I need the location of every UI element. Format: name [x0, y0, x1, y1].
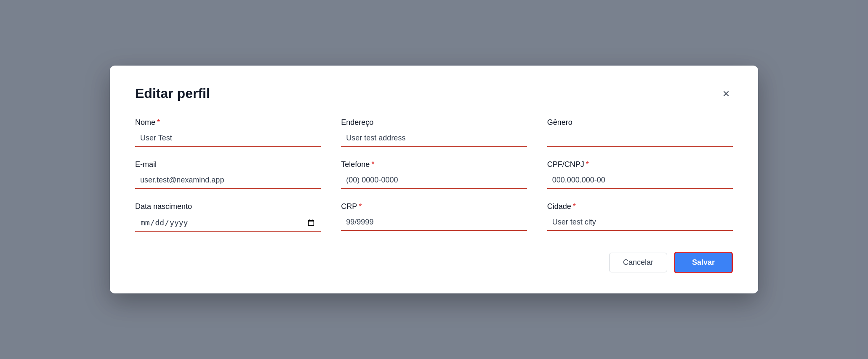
genero-group: Gênero — [547, 118, 733, 147]
cpf-cnpj-group: CPF/CNPJ* — [547, 160, 733, 189]
telefone-label: Telefone* — [341, 160, 527, 169]
cidade-required-star: * — [573, 202, 576, 211]
cpf-cnpj-label: CPF/CNPJ* — [547, 160, 733, 169]
close-button[interactable]: × — [719, 86, 733, 101]
crp-group: CRP* — [341, 202, 527, 232]
crp-label: CRP* — [341, 202, 527, 211]
email-group: E-mail — [135, 160, 321, 189]
data-nascimento-input[interactable] — [135, 214, 321, 232]
endereco-input[interactable] — [341, 130, 527, 147]
telefone-required-star: * — [371, 160, 374, 169]
email-label: E-mail — [135, 160, 321, 169]
crp-required-star: * — [359, 202, 362, 211]
modal-overlay: Editar perfil × Nome* Endereço Gênero — [0, 0, 868, 359]
nome-input[interactable] — [135, 130, 321, 147]
modal-footer: Cancelar Salvar — [135, 252, 733, 273]
telefone-input[interactable] — [341, 172, 527, 189]
cpf-cnpj-input[interactable] — [547, 172, 733, 189]
cidade-input[interactable] — [547, 214, 733, 231]
edit-profile-modal: Editar perfil × Nome* Endereço Gênero — [110, 66, 758, 293]
cancel-button[interactable]: Cancelar — [609, 253, 667, 272]
crp-input[interactable] — [341, 214, 527, 231]
nome-required-star: * — [157, 118, 160, 127]
data-nascimento-group: Data nascimento — [135, 202, 321, 232]
cidade-group: Cidade* — [547, 202, 733, 232]
telefone-group: Telefone* — [341, 160, 527, 189]
save-button[interactable]: Salvar — [674, 252, 733, 273]
data-nascimento-label: Data nascimento — [135, 202, 321, 211]
email-input[interactable] — [135, 172, 321, 189]
modal-title: Editar perfil — [135, 86, 210, 101]
endereco-label: Endereço — [341, 118, 527, 127]
nome-label: Nome* — [135, 118, 321, 127]
endereco-group: Endereço — [341, 118, 527, 147]
nome-group: Nome* — [135, 118, 321, 147]
form-grid: Nome* Endereço Gênero E-mail Telefone* — [135, 118, 733, 232]
modal-header: Editar perfil × — [135, 86, 733, 101]
genero-label: Gênero — [547, 118, 733, 127]
genero-input[interactable] — [547, 130, 733, 147]
cpf-cnpj-required-star: * — [586, 160, 589, 169]
cidade-label: Cidade* — [547, 202, 733, 211]
